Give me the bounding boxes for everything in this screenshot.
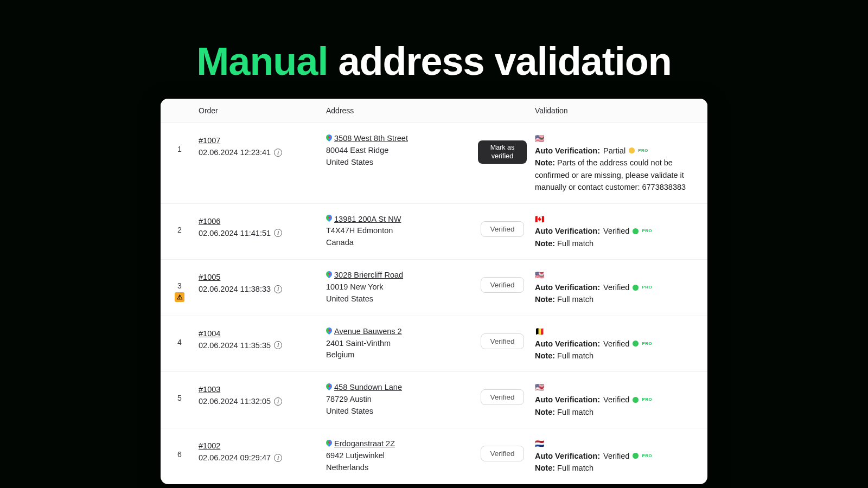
action-cell: Mark as verified xyxy=(470,133,535,164)
order-number-link[interactable]: #1006 xyxy=(199,217,326,226)
verified-badge: Verified xyxy=(481,333,524,349)
address-cell: 13981 200A St NWT4X47H EdmontonCanada xyxy=(326,214,470,249)
row-index: 6 xyxy=(161,438,199,459)
status-dot-verified-icon xyxy=(633,228,639,234)
order-number-link[interactable]: #1007 xyxy=(199,136,326,145)
row-index: 1 xyxy=(161,133,199,153)
note-text: Full match xyxy=(557,351,593,360)
auto-verification-status: Verified xyxy=(603,281,629,293)
validation-note: Note: Full match xyxy=(535,462,697,474)
address-link[interactable]: 3028 Briercliff Road xyxy=(334,269,403,281)
country-flag-icon: 🇺🇸 xyxy=(535,269,697,281)
auto-verification-label: Auto Verification: xyxy=(535,450,600,462)
validation-cell: 🇧🇪Auto Verification:VerifiedPRONote: Ful… xyxy=(535,326,707,362)
address-link[interactable]: Avenue Bauwens 2 xyxy=(334,326,402,338)
table-row: 2#100602.06.2024 11:41:51i13981 200A St … xyxy=(161,204,707,260)
order-number-link[interactable]: #1004 xyxy=(199,329,326,338)
info-icon[interactable]: i xyxy=(274,285,282,293)
address-link[interactable]: 3508 West 8th Street xyxy=(334,133,408,145)
row-number: 6 xyxy=(177,450,182,459)
auto-verification-label: Auto Verification: xyxy=(535,394,600,406)
note-label: Note: xyxy=(535,408,557,416)
auto-verification-status: Verified xyxy=(603,394,629,406)
row-number: 2 xyxy=(177,226,182,234)
order-timestamp: 02.06.2024 11:32:05 xyxy=(199,397,271,406)
auto-verification-status: Partial xyxy=(603,145,626,157)
col-order-header: Order xyxy=(199,106,326,115)
warning-icon: ⚠ xyxy=(175,292,184,302)
verified-badge: Verified xyxy=(481,277,524,293)
order-number-link[interactable]: #1005 xyxy=(199,273,326,281)
map-pin-icon xyxy=(326,440,332,448)
auto-verification-line: Auto Verification:VerifiedPRO xyxy=(535,450,697,462)
address-country: Canada xyxy=(326,237,470,249)
auto-verification-label: Auto Verification: xyxy=(535,338,600,350)
info-icon[interactable]: i xyxy=(274,149,282,157)
order-number-link[interactable]: #1003 xyxy=(199,385,326,394)
note-text: Full match xyxy=(557,408,593,416)
note-label: Note: xyxy=(535,464,557,472)
validation-note: Note: Full match xyxy=(535,406,697,418)
verified-badge: Verified xyxy=(481,221,524,237)
address-country: United States xyxy=(326,406,470,418)
order-timestamp: 02.06.2024 11:38:33 xyxy=(199,285,271,293)
address-link[interactable]: 458 Sundown Lane xyxy=(334,382,402,394)
country-flag-icon: 🇧🇪 xyxy=(535,326,697,338)
order-cell: #100502.06.2024 11:38:33i xyxy=(199,269,326,293)
pro-badge: PRO xyxy=(642,453,652,459)
auto-verification-line: Auto Verification:PartialPRO xyxy=(535,145,697,157)
order-timestamp-line: 02.06.2024 11:41:51i xyxy=(199,229,326,237)
map-pin-icon xyxy=(326,328,332,336)
address-link[interactable]: 13981 200A St NW xyxy=(334,214,401,226)
map-pin-icon xyxy=(326,271,332,280)
info-icon[interactable]: i xyxy=(274,454,282,462)
status-dot-verified-icon xyxy=(633,397,639,403)
action-cell: Verified xyxy=(470,214,535,237)
page-title: Manual address validation xyxy=(0,39,868,84)
address-line-2: 6942 Lutjewinkel xyxy=(326,450,470,462)
verified-badge: Verified xyxy=(481,389,524,405)
address-link[interactable]: Erdoganstraat 2Z xyxy=(334,438,395,450)
validation-note: Note: Full match xyxy=(535,237,697,249)
note-label: Note: xyxy=(535,295,557,304)
order-number-link[interactable]: #1002 xyxy=(199,441,326,450)
order-timestamp: 02.06.2024 12:23:41 xyxy=(199,148,271,157)
row-number: 4 xyxy=(177,338,182,346)
address-line-2: T4X47H Edmonton xyxy=(326,225,470,237)
auto-verification-line: Auto Verification:VerifiedPRO xyxy=(535,225,697,237)
address-country: Netherlands xyxy=(326,462,470,474)
country-flag-icon: 🇺🇸 xyxy=(535,133,697,145)
col-validation-header: Validation xyxy=(535,106,707,115)
order-cell: #100202.06.2024 09:29:47i xyxy=(199,438,326,462)
row-index: 5 xyxy=(161,382,199,402)
info-icon[interactable]: i xyxy=(274,397,282,406)
note-text: Parts of the address could not be confir… xyxy=(535,158,686,191)
mark-as-verified-button[interactable]: Mark as verified xyxy=(478,140,527,164)
validation-note: Note: Parts of the address could not be … xyxy=(535,157,697,193)
action-cell: Verified xyxy=(470,269,535,293)
info-icon[interactable]: i xyxy=(274,229,282,237)
order-cell: #100602.06.2024 11:41:51i xyxy=(199,214,326,237)
row-number: 3 xyxy=(177,281,182,290)
row-number: 5 xyxy=(177,394,182,402)
info-icon[interactable]: i xyxy=(274,341,282,349)
address-cell: Avenue Bauwens 22401 Saint-VinthmBelgium xyxy=(326,326,470,361)
order-timestamp-line: 02.06.2024 09:29:47i xyxy=(199,453,326,462)
address-line-2: 10019 New York xyxy=(326,281,470,293)
order-timestamp: 02.06.2024 11:41:51 xyxy=(199,229,271,237)
address-country: United States xyxy=(326,157,470,169)
status-dot-verified-icon xyxy=(633,453,639,459)
country-flag-icon: 🇳🇱 xyxy=(535,438,697,450)
validation-note: Note: Full match xyxy=(535,350,697,362)
status-dot-verified-icon xyxy=(633,341,639,346)
note-text: Full match xyxy=(557,239,593,248)
validation-cell: 🇺🇸Auto Verification:VerifiedPRONote: Ful… xyxy=(535,382,707,418)
address-cell: 3028 Briercliff Road10019 New YorkUnited… xyxy=(326,269,470,305)
auto-verification-status: Verified xyxy=(603,338,629,350)
action-cell: Verified xyxy=(470,438,535,461)
address-country: Belgium xyxy=(326,349,470,361)
pro-badge: PRO xyxy=(642,341,652,347)
address-cell: 3508 West 8th Street80044 East RidgeUnit… xyxy=(326,133,470,168)
row-index: 4 xyxy=(161,326,199,346)
auto-verification-label: Auto Verification: xyxy=(535,145,600,157)
